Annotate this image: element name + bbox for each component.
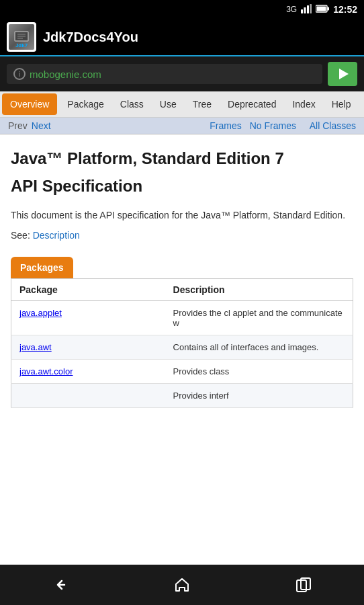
see-also-label: See: <box>11 230 30 241</box>
nav-help[interactable]: Help <box>324 91 359 117</box>
table-row: java.appletProvides the cl applet and th… <box>11 300 353 335</box>
page-title: Java™ Platform, Standard Edition 7 <box>11 148 353 169</box>
signal-icon: 3G <box>286 5 297 14</box>
back-button[interactable] <box>40 570 81 600</box>
nav-bar: Overview Package Class Use Tree Deprecat… <box>0 91 364 118</box>
table-header-row: Package Description <box>11 278 353 300</box>
nav-use[interactable]: Use <box>152 91 185 117</box>
title-line1: Java™ Platform, Standard Edition 7 <box>11 149 284 167</box>
prev-link[interactable]: Prev <box>8 120 28 131</box>
package-link[interactable]: java.awt.color <box>19 366 73 376</box>
svg-rect-6 <box>317 6 326 11</box>
url-bar-container: i mobogenie.com <box>0 56 364 91</box>
package-description: Provides interf <box>165 383 353 407</box>
table-row: Provides interf <box>11 383 353 407</box>
table-row: java.awt.colorProvides class <box>11 359 353 383</box>
app-icon <box>7 22 36 52</box>
home-button[interactable] <box>162 570 202 600</box>
package-name[interactable]: java.applet <box>11 300 165 335</box>
status-bar: 3G 12:52 <box>0 0 364 19</box>
svg-rect-1 <box>304 7 306 13</box>
package-name[interactable]: java.awt.color <box>11 359 165 383</box>
svg-rect-0 <box>301 9 303 13</box>
description-link[interactable]: Description <box>33 230 80 241</box>
package-description: Contains all of interfaces and images. <box>165 335 353 359</box>
col-package: Package <box>11 278 165 300</box>
battery-icon <box>316 5 329 15</box>
nav-class[interactable]: Class <box>112 91 152 117</box>
package-description: Provides the cl applet and the communica… <box>165 300 353 335</box>
signal-bars-icon <box>301 4 312 15</box>
all-classes-link[interactable]: All Classes <box>310 120 356 131</box>
recents-button[interactable] <box>283 570 324 600</box>
package-link[interactable]: java.awt <box>19 342 52 352</box>
nav-deprecated[interactable]: Deprecated <box>220 91 284 117</box>
packages-section: Packages Package Description java.applet… <box>11 257 353 408</box>
package-name <box>11 383 165 407</box>
breadcrumb-bar: Prev Next Frames No Frames All Classes <box>0 118 364 134</box>
time-display: 12:52 <box>333 4 357 15</box>
info-icon: i <box>13 68 26 80</box>
table-row: java.awtContains all of interfaces and i… <box>11 335 353 359</box>
packages-header: Packages <box>11 257 73 278</box>
url-go-button[interactable] <box>328 62 357 86</box>
main-content: Java™ Platform, Standard Edition 7 API S… <box>0 134 364 565</box>
url-text: mobogenie.com <box>30 69 316 80</box>
app-title: Jdk7Docs4You <box>43 30 138 45</box>
no-frames-link[interactable]: No Frames <box>250 120 296 131</box>
app-header: Jdk7Docs4You <box>0 19 364 56</box>
package-name[interactable]: java.awt <box>11 335 165 359</box>
nav-index[interactable]: Index <box>284 91 323 117</box>
breadcrumb-sep2 <box>300 120 306 131</box>
frames-link[interactable]: Frames <box>210 120 241 131</box>
bottom-nav <box>0 565 364 605</box>
page-description: This document is the API specification f… <box>11 208 353 223</box>
package-link[interactable]: java.applet <box>19 308 62 318</box>
svg-rect-3 <box>310 4 312 13</box>
next-link[interactable]: Next <box>32 120 51 131</box>
nav-package[interactable]: Package <box>59 91 111 117</box>
see-also: See: Description <box>11 230 353 241</box>
svg-rect-2 <box>307 5 309 13</box>
packages-table: Package Description java.appletProvides … <box>11 278 353 408</box>
nav-tree[interactable]: Tree <box>185 91 220 117</box>
svg-marker-11 <box>339 69 349 79</box>
nav-overview[interactable]: Overview <box>2 93 57 115</box>
page-subtitle: API Specification <box>11 177 353 196</box>
package-description: Provides class <box>165 359 353 383</box>
url-bar[interactable]: i mobogenie.com <box>7 64 322 84</box>
col-description: Description <box>165 278 353 300</box>
svg-rect-5 <box>328 7 330 10</box>
